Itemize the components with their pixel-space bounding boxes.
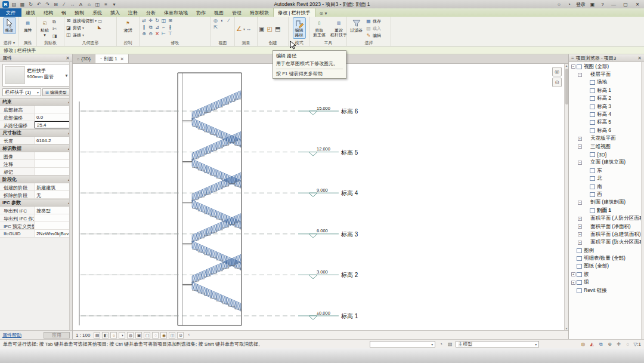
property-value[interactable]: 新建建筑 (35, 183, 72, 190)
collapse-icon[interactable]: − (578, 144, 582, 149)
tab-precast[interactable]: 预制 (70, 8, 88, 17)
hide-elements-icon[interactable]: ◎ (212, 17, 219, 24)
text-icon[interactable]: A (78, 1, 84, 8)
properties-help-link[interactable]: 属性帮助 (2, 332, 21, 339)
save-selection-button[interactable]: ▦保存 (366, 18, 381, 24)
panel-label-tools[interactable]: 工具 (311, 40, 345, 46)
property-group-header[interactable]: 阶段化▴ (0, 176, 72, 183)
thin-lines-icon[interactable]: ≡ (103, 1, 109, 8)
tab-insert[interactable]: 插入 (106, 8, 124, 17)
print-icon[interactable]: ⊟ (52, 1, 59, 8)
create-similar-icon[interactable]: ◰ (267, 26, 272, 32)
property-value[interactable] (35, 106, 72, 113)
wall-opening-icon[interactable]: ▭ (98, 19, 103, 24)
open-icon[interactable]: ▤ (11, 1, 17, 8)
panel-label-properties[interactable]: 属性 (20, 40, 35, 46)
align-icon[interactable]: ⇄ (141, 17, 147, 24)
panel-label-clipboard[interactable]: 剪贴板 (38, 40, 63, 46)
tab-addins[interactable]: 附加模块 (246, 8, 273, 17)
expand-icon[interactable]: + (578, 137, 582, 141)
instance-filter-combo[interactable]: 栏杆扶手 (1)▾ (2, 88, 41, 96)
tab-modify-railing-contextual[interactable]: 修改 | 栏杆扶手 (273, 8, 315, 17)
tab-systems[interactable]: 系统 (88, 8, 106, 17)
split-icon[interactable]: ∦ (167, 24, 174, 30)
property-value[interactable] (35, 152, 72, 159)
unpin-icon[interactable]: ⊖ (147, 30, 154, 37)
expand-icon[interactable]: + (578, 217, 582, 221)
load-selection-button[interactable]: ▧载入 (366, 25, 381, 32)
tree-item[interactable]: 标高 4 (569, 110, 641, 118)
tab-steel[interactable]: 钢 (57, 8, 70, 17)
property-value[interactable]: 2NzWhs0kjBuv... (35, 230, 72, 237)
tree-item[interactable]: 标高 5 (569, 119, 641, 127)
properties-button[interactable]: ▤ 属性 (21, 17, 35, 34)
property-value[interactable]: 按类型 (35, 207, 72, 214)
edit-selection-button[interactable]: ✎编辑 (366, 32, 381, 39)
default-3d-view-icon[interactable]: ⌂ (86, 1, 92, 8)
tree-item[interactable]: 标高 6 (569, 127, 641, 134)
offset-icon[interactable]: ∥ (141, 24, 147, 30)
join-end-cut-button[interactable]: ⊠连接端切割▾ (66, 17, 97, 24)
tab-view[interactable]: 视图 (210, 8, 228, 17)
tree-item[interactable]: −楼层平面 (569, 70, 641, 78)
panel-label-create[interactable]: 创建 (259, 40, 287, 46)
drawing-canvas[interactable]: 15.000标高 612.000标高 59.000标高 46.000标高 33.… (73, 64, 568, 330)
tab-file[interactable]: 文件 (0, 8, 21, 17)
tree-item[interactable]: +组 (569, 279, 641, 287)
visual-style-icon[interactable]: ◧ (102, 332, 109, 339)
shadows-icon[interactable]: ◑ (119, 332, 125, 339)
join-button[interactable]: ◫连接▾ (66, 32, 97, 38)
override-graphics-icon[interactable]: ◐ (219, 17, 225, 24)
view-tab-3d[interactable]: ⌂ {3D} (73, 54, 95, 63)
activate-controls-button[interactable]: ⚑ 激活 (122, 17, 135, 34)
tree-item[interactable]: 东 (569, 167, 641, 174)
property-value[interactable]: 25.4 (35, 121, 72, 128)
editing-requests-icon[interactable]: ◔ (438, 341, 444, 347)
app-store-icon[interactable]: ▣ (589, 1, 596, 8)
reset-railing-button[interactable]: ▥ 重设 栏杆扶手 (329, 17, 349, 39)
tab-structure[interactable]: 结构 (39, 8, 57, 17)
paste-button[interactable]: ◱ 粘贴 ▾ (38, 17, 51, 39)
worksharing-display-icon[interactable]: ▧ (447, 341, 453, 347)
sync-icon[interactable]: ↻ (27, 1, 34, 8)
collapse-icon[interactable]: − (578, 73, 582, 77)
measure-tool-icon[interactable]: ∠ (236, 25, 242, 33)
aligned-dimension-icon[interactable]: ↔ (246, 26, 251, 32)
match-type-icon[interactable]: ◨ (52, 33, 57, 39)
select-links-icon[interactable]: ⧉ (597, 341, 604, 347)
steering-wheel-icon[interactable]: ◎ (552, 67, 562, 76)
panel-label-select-right[interactable]: 选择 (348, 40, 389, 46)
tree-item[interactable]: 剖面 1 (569, 207, 641, 214)
panel-label-select[interactable]: 选择 ▾ (1, 40, 17, 46)
property-value[interactable] (35, 222, 72, 229)
property-group-header[interactable]: IFC 参数▴ (0, 199, 72, 207)
properties-palette-header[interactable]: 属性 ✕ (0, 54, 72, 62)
property-group-header[interactable]: 约束▴ (0, 98, 72, 106)
pick-new-host-button[interactable]: ▯ 拾取 新主体 (311, 17, 327, 39)
panel-label-view[interactable]: 视图 (212, 40, 233, 46)
property-value[interactable] (35, 168, 72, 175)
view-tab-section-1[interactable]: ◔ 剖面 1 ✕ (95, 54, 129, 63)
close-view-tab-icon[interactable]: ✕ (120, 57, 124, 61)
pin-icon[interactable]: ⊕ (141, 30, 147, 37)
tab-architecture[interactable]: 建筑 (21, 8, 39, 17)
show-crop-icon[interactable]: ▢ (144, 332, 150, 339)
tree-item[interactable]: 明细表/数量 (全部) (569, 254, 641, 262)
property-value[interactable] (35, 160, 72, 167)
select-pinned-icon[interactable]: ⊕ (606, 341, 613, 347)
create-assembly-icon[interactable]: ⬒ (275, 26, 280, 32)
view-scale[interactable]: 1 : 100 (76, 333, 90, 338)
reveal-hidden-icon[interactable]: ◉ (160, 332, 167, 339)
type-selector-dropdown-icon[interactable]: ▾ (64, 64, 69, 86)
selection-filter-indicator[interactable]: ▽ : 1 (633, 342, 641, 347)
filter-button[interactable]: 过滤器 (348, 17, 364, 34)
collapse-icon[interactable]: − (578, 161, 582, 165)
tree-item[interactable]: 北 (569, 174, 641, 182)
apply-button[interactable]: 应用 (44, 332, 70, 339)
exclude-options-icon[interactable]: ◭ (589, 341, 595, 347)
expand-icon[interactable]: + (571, 272, 575, 276)
tree-item[interactable]: −视图 (全部) (569, 63, 641, 70)
browser-scrollbar[interactable] (641, 62, 644, 339)
type-selector[interactable]: 栏杆扶手 900mm 圆管 ▾ (2, 64, 70, 87)
copy-icon[interactable]: ⧉ (52, 19, 57, 25)
